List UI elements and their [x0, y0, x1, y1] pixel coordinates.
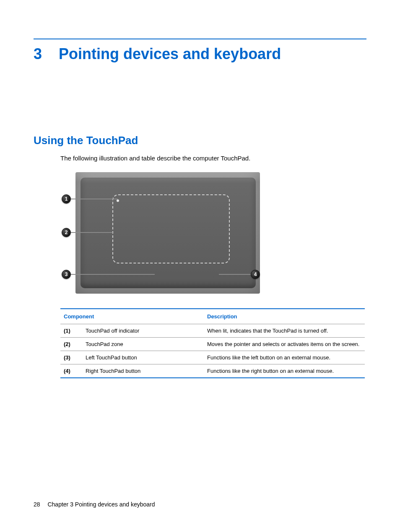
table-row: (3) Left TouchPad button Functions like … [60, 351, 365, 364]
callout-2: 2 [62, 228, 113, 237]
row-desc: Moves the pointer and selects or activat… [204, 338, 365, 351]
row-name: TouchPad off indicator [82, 324, 204, 338]
callout-bubble-4: 4 [251, 270, 260, 279]
row-desc: When lit, indicates that the TouchPad is… [204, 324, 365, 338]
callout-4: 4 [219, 270, 260, 279]
component-table: Component Description (1) TouchPad off i… [60, 308, 365, 378]
callout-line [71, 274, 155, 275]
touchpad-illustration: 1 2 3 4 [60, 170, 260, 296]
chapter-number: 3 [34, 45, 59, 63]
top-rule [34, 39, 366, 39]
chapter-title: Pointing devices and keyboard [59, 45, 281, 63]
section-heading: Using the TouchPad [34, 134, 366, 147]
touchpad-zone-outline [112, 194, 230, 263]
row-num: (3) [60, 351, 82, 364]
callout-bubble-2: 2 [62, 228, 71, 237]
row-desc: Functions like the left button on an ext… [204, 351, 365, 364]
callout-line [71, 199, 118, 199]
table-row: (4) Right TouchPad button Functions like… [60, 364, 365, 378]
chapter-heading: 3 Pointing devices and keyboard [34, 45, 366, 63]
callout-line [219, 274, 251, 275]
row-name: Right TouchPad button [82, 364, 204, 378]
page-footer: 28 Chapter 3 Pointing devices and keyboa… [34, 501, 155, 508]
page-number: 28 [34, 501, 40, 508]
callout-3: 3 [62, 270, 155, 279]
section-intro: The following illustration and table des… [60, 155, 366, 162]
callout-bubble-1: 1 [62, 194, 71, 204]
table-row: (1) TouchPad off indicator When lit, ind… [60, 324, 365, 338]
header-description: Description [204, 309, 365, 324]
row-num: (1) [60, 324, 82, 338]
table-header-row: Component Description [60, 309, 365, 324]
row-num: (4) [60, 364, 82, 378]
row-desc: Functions like the right button on an ex… [204, 364, 365, 378]
callout-1: 1 [62, 194, 118, 204]
header-component: Component [60, 309, 204, 324]
row-name: Left TouchPad button [82, 351, 204, 364]
row-num: (2) [60, 338, 82, 351]
table-row: (2) TouchPad zone Moves the pointer and … [60, 338, 365, 351]
footer-chapter-label: Chapter 3 Pointing devices and keyboard [47, 501, 155, 508]
callout-line [71, 232, 113, 233]
row-name: TouchPad zone [82, 338, 204, 351]
callout-bubble-3: 3 [62, 270, 71, 279]
